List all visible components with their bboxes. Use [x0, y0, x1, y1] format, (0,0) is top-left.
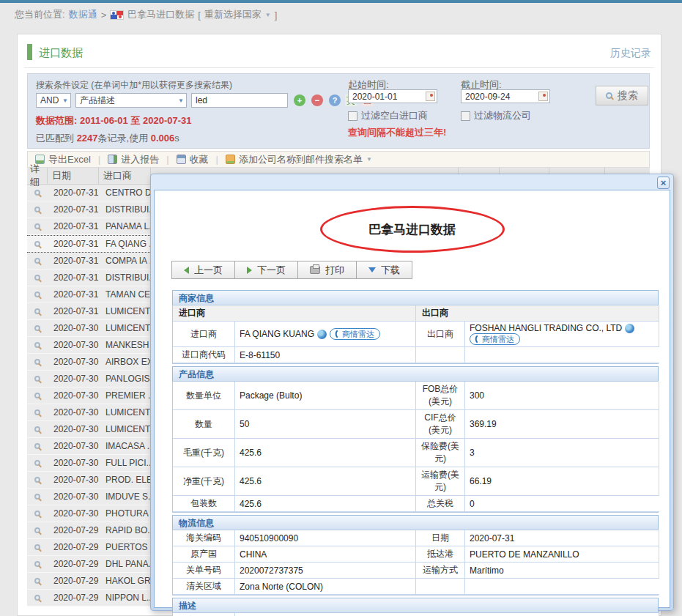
detail-magnifier-icon[interactable]	[34, 578, 40, 584]
exporter-column-header: 出口商	[416, 305, 659, 322]
matched-count-text: 已匹配到 2247条记录,使用 0.006s	[36, 132, 179, 145]
detail-magnifier-icon[interactable]	[34, 275, 40, 281]
detail-magnifier-icon[interactable]	[34, 376, 40, 382]
calendar-icon[interactable]	[426, 92, 435, 101]
filter-blank-importer-checkbox[interactable]: 过滤空白进口商	[348, 109, 428, 122]
detail-magnifier-icon[interactable]	[34, 527, 40, 533]
data-range-text: 数据范围: 2011-06-01 至 2020-07-31	[36, 114, 191, 127]
reselect-country-link[interactable]: 重新选择国家	[204, 8, 262, 21]
remove-condition-icon[interactable]: −	[311, 94, 323, 106]
calendar-icon[interactable]	[538, 92, 548, 101]
detail-magnifier-icon[interactable]	[34, 325, 40, 331]
detail-magnifier-icon[interactable]	[34, 561, 40, 567]
detail-magnifier-icon[interactable]	[34, 460, 40, 466]
arrow-right-icon	[247, 267, 252, 274]
detail-magnifier-icon[interactable]	[34, 426, 40, 432]
data-range-value: 2011-06-01 至 2020-07-31	[80, 115, 192, 126]
modal-content: 巴拿马进口数据 上一页 下一页 打印 下载 商家信息 进口商 出口商 进口商 F…	[154, 190, 670, 608]
exporter-value: FOSHAN HANGLI TRADING CO., LTD 商情雷达	[465, 322, 659, 347]
breadcrumb-separator: >	[101, 10, 107, 21]
globe-icon[interactable]	[317, 330, 327, 339]
enter-report-button[interactable]: 进入报告	[108, 153, 159, 166]
search-field-select[interactable]: 产品描述▼	[75, 93, 187, 108]
globe-icon[interactable]	[625, 324, 634, 333]
field-value	[465, 579, 659, 595]
field-value: 425.6	[235, 439, 416, 467]
field-label	[416, 579, 465, 595]
field-value: LAMPARAS LED	[235, 613, 659, 616]
boolean-operator-select[interactable]: AND▼	[36, 93, 71, 108]
history-link[interactable]: 历史记录	[610, 47, 651, 60]
detail-magnifier-icon[interactable]	[34, 477, 40, 483]
checkbox-icon[interactable]	[461, 111, 470, 121]
detail-magnifier-icon[interactable]	[34, 241, 40, 247]
help-icon[interactable]: ?	[329, 94, 341, 106]
importer-column-header: 进口商	[173, 305, 416, 322]
breadcrumb-prefix: 您当前位置:	[15, 8, 65, 21]
detail-magnifier-icon[interactable]	[34, 223, 40, 229]
merchant-section: 商家信息 进口商 出口商 进口商 FA QIANG KUANG 商情雷达 出口商…	[172, 290, 659, 364]
col-detail: 详细	[27, 168, 48, 184]
chevron-down-icon: ▼	[62, 97, 68, 104]
detail-magnifier-icon[interactable]	[34, 342, 40, 348]
field-value: 425.6	[235, 496, 416, 512]
detail-magnifier-icon[interactable]	[34, 494, 40, 500]
report-icon	[108, 155, 117, 164]
field-label: 毛重(千克)	[173, 439, 235, 467]
filter-logistics-checkbox[interactable]: 过滤物流公司	[461, 109, 531, 122]
download-button[interactable]: 下载	[356, 261, 412, 279]
detail-magnifier-icon[interactable]	[34, 544, 40, 550]
search-button[interactable]: 搜索	[596, 86, 648, 105]
field-label: 净重(千克)	[173, 467, 235, 496]
page-title: 进口数据	[39, 46, 83, 60]
field-label: 海关编码	[173, 530, 235, 546]
checkbox-icon[interactable]	[348, 111, 357, 121]
field-label: 日期	[416, 530, 465, 546]
detail-magnifier-icon[interactable]	[34, 443, 40, 449]
col-importer: 进口商	[99, 168, 151, 184]
detail-magnifier-icon[interactable]	[34, 359, 40, 365]
field-label: FOB总价(美元)	[416, 382, 465, 410]
start-date-input[interactable]: 2020-01-01	[348, 89, 437, 103]
end-date-input[interactable]: 2020-09-24	[461, 89, 550, 103]
modal-nav-buttons: 上一页 下一页 打印 下载	[172, 261, 412, 279]
date-range-warning: 查询间隔不能超过三年!	[348, 126, 446, 139]
radar-badge[interactable]: 商情雷达	[330, 328, 380, 340]
favorite-button[interactable]: 收藏	[177, 153, 209, 166]
col-date: 日期	[48, 168, 99, 184]
detail-magnifier-icon[interactable]	[34, 292, 40, 297]
field-value: 369.19	[465, 410, 659, 439]
detail-magnifier-icon[interactable]	[34, 595, 40, 601]
breadcrumb-home-link[interactable]: 数据通	[69, 8, 97, 21]
prev-page-button[interactable]: 上一页	[171, 261, 235, 279]
field-label: 原产国	[173, 546, 235, 563]
field-label: 产品描述	[173, 613, 235, 616]
product-section-header: 产品信息	[172, 366, 659, 381]
boolean-operator-value: AND	[40, 95, 59, 105]
detail-modal: × 巴拿马进口数据 上一页 下一页 打印 下载 商家信息 进口商 出口商 进口商…	[150, 174, 674, 611]
close-icon[interactable]: ×	[657, 177, 670, 189]
detail-magnifier-icon[interactable]	[34, 207, 40, 212]
detail-magnifier-icon[interactable]	[34, 308, 40, 314]
detail-magnifier-icon[interactable]	[34, 393, 40, 398]
field-value: Package (Bulto)	[235, 382, 416, 410]
radar-badge[interactable]: 商情雷达	[470, 333, 520, 345]
chevron-down-icon: ▼	[366, 156, 372, 163]
field-value: Zona Norte (COLON)	[235, 579, 416, 595]
print-button[interactable]: 打印	[297, 261, 357, 279]
field-value: 66.19	[465, 467, 659, 496]
field-label: 运输方式	[416, 563, 465, 579]
detail-magnifier-icon[interactable]	[34, 190, 40, 196]
importer-code-value: E-8-61150	[235, 347, 416, 363]
keyword-input[interactable]	[191, 93, 288, 108]
add-condition-icon[interactable]: +	[294, 94, 305, 106]
add-mail-list-button[interactable]: 添加公司名称到邮件搜索名单▼	[226, 153, 372, 166]
field-value: 940510900090	[235, 530, 416, 546]
detail-magnifier-icon[interactable]	[34, 409, 40, 415]
reselect-open: [	[198, 10, 201, 21]
field-value: 300	[465, 382, 659, 410]
detail-magnifier-icon[interactable]	[34, 511, 40, 516]
detail-magnifier-icon[interactable]	[34, 258, 40, 264]
mail-icon	[226, 155, 235, 164]
next-page-button[interactable]: 下一页	[234, 261, 298, 279]
